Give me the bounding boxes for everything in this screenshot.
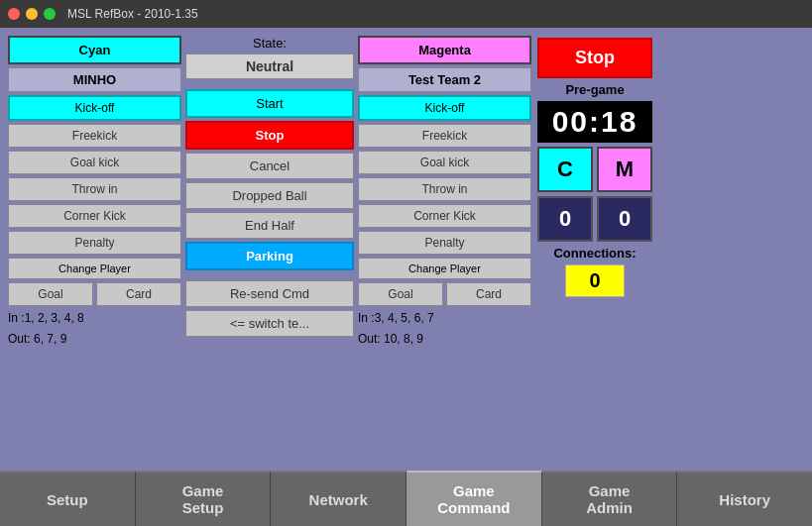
left-freekick-button[interactable]: Freekick — [8, 124, 181, 148]
close-icon[interactable] — [8, 8, 20, 20]
right-throwin-button[interactable]: Throw in — [358, 177, 531, 201]
right-goalkick-button[interactable]: Goal kick — [358, 151, 531, 174]
connections-value: 0 — [565, 264, 625, 297]
resend-button[interactable]: Re-send Cmd — [185, 280, 354, 307]
score-cyan[interactable]: C — [537, 147, 593, 192]
dropped-ball-button[interactable]: Dropped Ball — [185, 182, 354, 209]
tab-network[interactable]: Network — [271, 471, 406, 526]
penalty-cyan[interactable]: 0 — [537, 196, 593, 242]
tab-bar: Setup Game Setup Network Game Command Ga… — [0, 471, 812, 526]
stop-button[interactable]: Stop — [537, 38, 652, 78]
tab-game-command[interactable]: Game Command — [406, 471, 542, 526]
penalty-row: 0 0 — [537, 196, 652, 242]
switch-button[interactable]: <= switch te... — [185, 310, 354, 337]
score-panel: Stop Pre-game 00:18 C M 0 0 Connections:… — [535, 36, 654, 463]
connections-label: Connections: — [553, 246, 636, 261]
state-label: State: — [253, 36, 287, 51]
timer-display: 00:18 — [537, 101, 652, 143]
state-value: Neutral — [185, 53, 354, 79]
right-team-player-label: Test Team 2 — [358, 67, 531, 92]
right-penalty-button[interactable]: Penalty — [358, 231, 531, 255]
right-goal-card-row: Goal Card — [358, 282, 531, 306]
end-half-button[interactable]: End Half — [185, 212, 354, 239]
start-button[interactable]: Start — [185, 89, 354, 118]
score-row: C M — [537, 147, 652, 192]
left-team-panel: Cyan MINHO Kick-off Freekick Goal kick T… — [8, 36, 181, 463]
center-panel: State: Neutral Start Stop Cancel Dropped… — [185, 36, 354, 463]
left-out-text: Out: 6, 7, 9 — [8, 330, 181, 348]
pre-game-label: Pre-game — [565, 82, 624, 97]
cancel-button[interactable]: Cancel — [185, 153, 354, 179]
left-throwin-button[interactable]: Throw in — [8, 177, 181, 201]
tab-history[interactable]: History — [677, 471, 812, 526]
tab-game-setup[interactable]: Game Setup — [136, 471, 272, 526]
left-in-text: In :1, 2, 3, 4, 8 — [8, 309, 181, 327]
left-goal-button[interactable]: Goal — [8, 282, 93, 306]
left-goalkick-button[interactable]: Goal kick — [8, 151, 181, 174]
right-team-panel: Magenta Test Team 2 Kick-off Freekick Go… — [358, 36, 531, 463]
right-goal-button[interactable]: Goal — [358, 282, 443, 306]
right-kickoff-button[interactable]: Kick-off — [358, 95, 531, 121]
tab-game-admin[interactable]: Game Admin — [542, 471, 678, 526]
left-cornerkick-button[interactable]: Corner Kick — [8, 204, 181, 228]
left-team-name-button[interactable]: Cyan — [8, 36, 181, 64]
right-freekick-button[interactable]: Freekick — [358, 124, 531, 148]
score-magenta[interactable]: M — [597, 147, 652, 192]
right-changeplayer-button[interactable]: Change Player — [358, 258, 531, 279]
maximize-icon[interactable] — [44, 8, 56, 20]
right-in-text: In :3, 4, 5, 6, 7 — [358, 309, 531, 327]
penalty-magenta[interactable]: 0 — [597, 196, 652, 242]
window-title: MSL RefBox - 2010-1.35 — [67, 7, 198, 21]
left-team-player-label: MINHO — [8, 67, 181, 92]
left-card-button[interactable]: Card — [96, 282, 181, 306]
tab-setup[interactable]: Setup — [0, 471, 136, 526]
parking-button[interactable]: Parking — [185, 242, 354, 270]
right-card-button[interactable]: Card — [446, 282, 531, 306]
center-stop-button[interactable]: Stop — [185, 121, 354, 150]
left-goal-card-row: Goal Card — [8, 282, 181, 306]
right-team-name-button[interactable]: Magenta — [358, 36, 531, 64]
titlebar: MSL RefBox - 2010-1.35 — [0, 0, 812, 28]
left-changeplayer-button[interactable]: Change Player — [8, 258, 181, 279]
left-penalty-button[interactable]: Penalty — [8, 231, 181, 255]
left-kickoff-button[interactable]: Kick-off — [8, 95, 181, 121]
right-out-text: Out: 10, 8, 9 — [358, 330, 531, 348]
main-area: Cyan MINHO Kick-off Freekick Goal kick T… — [0, 28, 812, 471]
minimize-icon[interactable] — [26, 8, 38, 20]
right-cornerkick-button[interactable]: Corner Kick — [358, 204, 531, 228]
